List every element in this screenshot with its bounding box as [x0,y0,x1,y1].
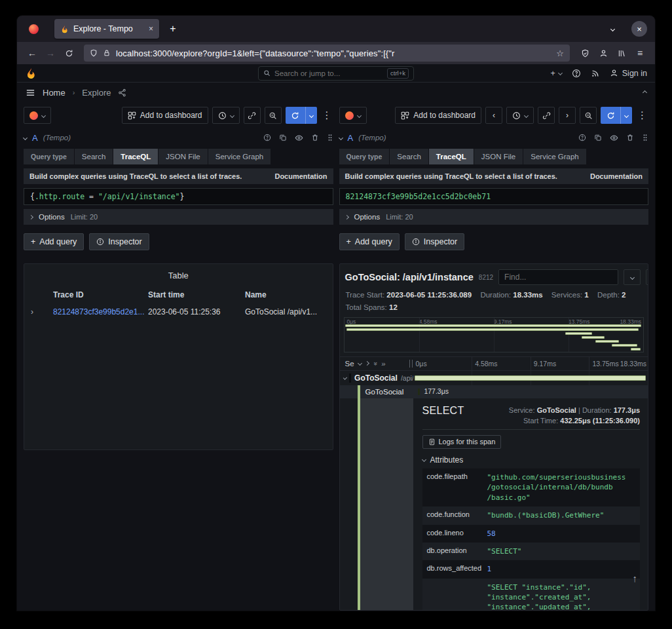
column-trace-id[interactable]: Trace ID [53,290,148,299]
time-picker-button[interactable] [212,107,240,124]
collapse-all-icon[interactable]: » [371,362,378,366]
site-permissions-icon[interactable] [103,49,111,57]
tab-service-graph[interactable]: Service Graph [208,149,271,164]
tab-json-file[interactable]: JSON File [474,149,523,164]
run-query-caret[interactable] [620,107,632,124]
find-input[interactable] [504,273,612,282]
span-row-root[interactable]: GoToSocial /api/... [340,371,648,385]
news-icon[interactable] [591,69,600,78]
time-picker-button[interactable] [506,107,534,124]
grafana-logo[interactable] [25,67,37,79]
traceql-query-input[interactable]: 82124873cf3e99b5d2e1cc5d2bc0eb71 [339,188,649,205]
trace-minimap[interactable]: 0μs 4.58ms 9.17ms 13.75ms 18.33ms [344,317,644,353]
find-next-button[interactable] [624,269,641,285]
new-tab-button[interactable]: + [164,20,181,37]
tab-search[interactable]: Search [390,149,428,164]
reload-icon[interactable] [60,45,77,62]
tab-service-graph[interactable]: Service Graph [523,149,586,164]
column-name[interactable]: Name [245,290,326,299]
query-help-icon[interactable] [263,134,271,142]
run-query-button[interactable] [601,107,632,124]
url-text[interactable]: localhost:3000/explore?orgId=1&left={"da… [116,48,551,58]
documentation-link[interactable]: Documentation [590,172,643,180]
collapse-query-icon[interactable] [23,135,28,140]
global-search[interactable]: ctrl+k [258,66,414,81]
copy-link-icon[interactable] [244,107,261,124]
mega-menu-icon[interactable] [26,88,35,98]
scroll-to-top-icon[interactable]: ↑ [633,573,638,584]
collapse-header-icon[interactable] [643,90,647,94]
add-to-dashboard-button[interactable]: Add to dashboard [122,107,208,124]
add-query-button[interactable]: + Add query [339,233,400,250]
zoom-out-icon[interactable] [265,107,282,124]
tracking-protection-icon[interactable] [90,49,98,57]
collapse-one-icon[interactable] [365,361,369,366]
column-resize-handle[interactable] [409,360,413,368]
refresh-icon[interactable] [601,107,620,124]
options-row[interactable]: Options Limit: 20 [24,209,333,225]
column-start-time[interactable]: Start time [148,290,245,299]
run-query-caret[interactable] [305,107,317,124]
inspector-button[interactable]: Inspector [89,233,149,250]
query-help-icon[interactable] [578,134,586,142]
table-row[interactable]: › 82124873cf3e99b5d2e1... 2023-06-05 11:… [24,304,333,320]
back-icon[interactable]: ← [24,45,41,62]
tab-traceql[interactable]: TraceQL [429,149,474,164]
expand-all-icon[interactable]: » [381,360,385,368]
logs-for-span-button[interactable]: Logs for this span [422,435,502,449]
browser-tab-explore-tempo[interactable]: Explore - Tempo × [54,19,159,39]
tab-search[interactable]: Search [75,149,113,164]
tab-close-icon[interactable]: × [143,24,153,33]
run-query-button[interactable] [286,107,317,124]
forward-icon[interactable]: → [42,45,59,62]
help-icon[interactable] [572,69,581,78]
attributes-accordion[interactable]: Attributes [422,455,641,465]
service-selector-caret-icon[interactable] [358,361,362,366]
tab-json-file[interactable]: JSON File [159,149,207,164]
share-icon[interactable] [118,88,126,97]
find-prev-button[interactable] [646,269,648,285]
breadcrumb-explore[interactable]: Explore [82,88,111,98]
datasource-picker[interactable] [24,107,51,124]
firefox-icon[interactable] [29,24,39,34]
window-close-button[interactable]: × [631,21,647,37]
options-expand-icon[interactable] [344,214,348,219]
shift-time-back-icon[interactable]: ‹ [485,107,502,124]
search-input[interactable] [274,69,383,77]
span-collapse-icon[interactable] [343,376,346,380]
zoom-out-icon[interactable] [580,107,597,124]
documentation-link[interactable]: Documentation [274,172,327,180]
options-expand-icon[interactable] [29,214,33,219]
traceql-query-input[interactable]: {.http.route = "/api/v1/instance"} [24,188,333,205]
shield-icon[interactable] [576,45,593,62]
url-bar[interactable]: localhost:3000/explore?orgId=1&left={"da… [84,45,570,62]
add-query-button[interactable]: + Add query [24,233,84,250]
shift-time-forward-icon[interactable]: › [559,107,576,124]
menu-icon[interactable]: ≡ [631,45,648,62]
datasource-picker[interactable] [339,107,367,124]
disable-query-icon[interactable] [295,134,303,142]
collapse-query-icon[interactable] [338,135,343,140]
refresh-icon[interactable] [286,107,305,124]
library-icon[interactable] [613,45,630,62]
pane-kebab-icon[interactable]: ⋮ [636,109,648,121]
bookmark-star-icon[interactable]: ☆ [556,48,564,58]
child-span-bar[interactable] [418,389,420,395]
row-expand-icon[interactable]: › [31,307,53,316]
root-span-bar[interactable] [415,375,646,381]
trace-id-link[interactable]: 82124873cf3e99b5d2e1... [53,307,148,316]
tab-traceql[interactable]: TraceQL [113,149,158,164]
copy-link-icon[interactable] [538,107,555,124]
pane-kebab-icon[interactable]: ⋮ [321,109,333,121]
add-to-dashboard-button[interactable]: Add to dashboard [395,107,481,124]
drag-handle-icon[interactable] [327,134,333,142]
sign-in-button[interactable]: Sign in [610,69,647,78]
drag-handle-icon[interactable] [642,134,648,142]
inspector-button[interactable]: Inspector [405,233,464,250]
service-operation-selector[interactable]: Se [345,360,354,368]
account-icon[interactable] [595,45,612,62]
remove-query-icon[interactable] [311,134,319,142]
duplicate-query-icon[interactable] [279,134,287,142]
list-all-tabs-icon[interactable] [604,20,621,37]
duplicate-query-icon[interactable] [594,134,602,142]
